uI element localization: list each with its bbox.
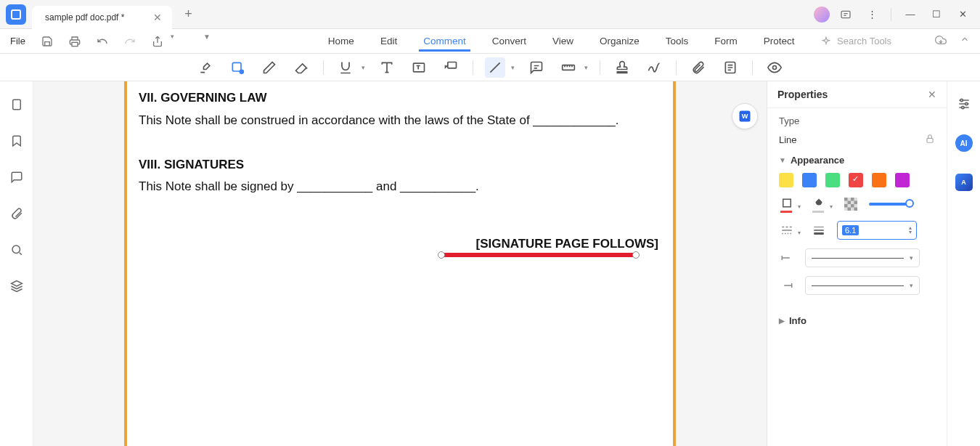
measure-icon[interactable] bbox=[558, 57, 579, 78]
qa-dropdown-icon[interactable]: ▼ bbox=[203, 33, 211, 50]
eraser-icon[interactable] bbox=[291, 57, 311, 78]
layers-icon[interactable] bbox=[8, 277, 25, 295]
menu-view[interactable]: View bbox=[539, 31, 587, 51]
messages-icon[interactable] bbox=[836, 4, 856, 25]
opacity-icon[interactable] bbox=[843, 196, 859, 212]
fill-color-icon[interactable] bbox=[811, 196, 827, 212]
stroke-color-icon[interactable] bbox=[779, 196, 795, 212]
more-icon[interactable]: ⋮ bbox=[862, 4, 882, 25]
settings-icon[interactable] bbox=[955, 94, 973, 113]
close-icon[interactable]: ✕ bbox=[952, 4, 973, 25]
search-icon[interactable] bbox=[8, 241, 25, 259]
color-swatches bbox=[779, 173, 935, 187]
chevron-down-icon[interactable]: ▾ bbox=[798, 203, 801, 210]
swatch-green[interactable] bbox=[825, 173, 840, 187]
new-tab-button[interactable]: + bbox=[178, 4, 198, 25]
appearance-section[interactable]: ▼ Appearance bbox=[779, 155, 935, 166]
signature-icon[interactable] bbox=[644, 57, 664, 78]
pencil-icon[interactable] bbox=[259, 57, 279, 78]
type-value: Line bbox=[779, 134, 797, 145]
search-tools[interactable]: Search Tools bbox=[821, 36, 891, 46]
line-tool-icon[interactable] bbox=[485, 57, 505, 78]
stamp-icon[interactable] bbox=[612, 57, 632, 78]
text-icon[interactable] bbox=[377, 57, 397, 78]
chevron-down-icon[interactable]: ▾ bbox=[830, 203, 833, 210]
end-cap-icon[interactable] bbox=[779, 277, 795, 293]
document-tab[interactable]: sample pdf doc.pdf * ✕ bbox=[32, 6, 172, 29]
ai-assistant-icon[interactable]: AI bbox=[955, 134, 973, 153]
comments-icon[interactable] bbox=[8, 169, 25, 186]
print-icon[interactable] bbox=[66, 33, 83, 50]
svg-rect-9 bbox=[12, 100, 20, 110]
area-highlight-icon[interactable] bbox=[227, 57, 248, 78]
info-section[interactable]: ▶ Info bbox=[779, 315, 935, 326]
note-icon[interactable] bbox=[526, 57, 547, 78]
chevron-down-icon[interactable]: ▾ bbox=[362, 64, 365, 71]
tab-close-icon[interactable]: ✕ bbox=[153, 12, 162, 23]
svg-rect-18 bbox=[848, 201, 852, 205]
chevron-down-icon[interactable]: ▾ bbox=[171, 33, 174, 50]
lock-icon[interactable] bbox=[925, 134, 935, 146]
share-icon[interactable] bbox=[149, 33, 166, 50]
end-cap-combo[interactable]: ▾ bbox=[805, 276, 920, 295]
word-export-button[interactable]: W bbox=[732, 103, 758, 129]
redo-icon[interactable] bbox=[121, 33, 139, 50]
attachments-icon[interactable] bbox=[8, 205, 25, 222]
main-area: VII. GOVERNING LAW This Note shall be co… bbox=[0, 81, 980, 446]
highlighter-icon[interactable] bbox=[195, 57, 216, 78]
window-controls: ⋮ — ☐ ✕ bbox=[814, 4, 980, 25]
line-handle-end[interactable] bbox=[632, 251, 640, 259]
hide-comments-icon[interactable] bbox=[764, 57, 785, 78]
file-menu[interactable]: File bbox=[10, 36, 25, 46]
thickness-icon[interactable] bbox=[811, 222, 827, 238]
chevron-down-icon[interactable]: ▾ bbox=[511, 64, 515, 71]
chevron-down-icon[interactable]: ▾ bbox=[584, 64, 588, 71]
spinner-icon[interactable]: ▴▾ bbox=[909, 226, 912, 235]
bookmarks-icon[interactable] bbox=[8, 132, 25, 150]
swatch-blue[interactable] bbox=[802, 173, 817, 187]
thickness-input[interactable]: 6.1 ▴▾ bbox=[837, 221, 917, 240]
properties-panel: Properties ✕ Type Line ▼ Appearance bbox=[767, 81, 947, 446]
swatch-red[interactable] bbox=[849, 173, 863, 187]
paragraph-governing-law: This Note shall be construed in accordan… bbox=[139, 110, 661, 132]
line-handle-start[interactable] bbox=[438, 251, 445, 259]
start-cap-combo[interactable]: ▾ bbox=[805, 248, 920, 267]
undo-icon[interactable] bbox=[94, 33, 111, 50]
panel-close-icon[interactable]: ✕ bbox=[928, 89, 936, 100]
menu-edit[interactable]: Edit bbox=[367, 31, 410, 51]
paragraph-signatures: This Note shall be signed by ___________… bbox=[139, 176, 661, 198]
svg-rect-19 bbox=[854, 201, 858, 205]
menu-comment[interactable]: Comment bbox=[410, 31, 479, 51]
attachment-icon[interactable] bbox=[688, 57, 709, 78]
ai-tools-icon[interactable]: A bbox=[955, 173, 973, 192]
line-style-icon[interactable] bbox=[779, 222, 795, 238]
minimize-icon[interactable]: — bbox=[900, 4, 920, 25]
opacity-slider[interactable] bbox=[869, 203, 910, 206]
textbox-icon[interactable] bbox=[409, 57, 429, 78]
maximize-icon[interactable]: ☐ bbox=[926, 4, 947, 25]
start-cap-icon[interactable] bbox=[779, 250, 795, 266]
swatch-purple[interactable] bbox=[895, 173, 910, 187]
thumbnails-icon[interactable] bbox=[8, 96, 25, 113]
underline-icon[interactable] bbox=[335, 57, 356, 78]
chevron-down-icon[interactable]: ▾ bbox=[798, 230, 801, 236]
swatch-orange[interactable] bbox=[872, 173, 886, 187]
line-annotation[interactable] bbox=[442, 253, 635, 257]
menu-form[interactable]: Form bbox=[701, 31, 751, 51]
type-label: Type bbox=[779, 115, 935, 126]
menu-protect[interactable]: Protect bbox=[751, 31, 808, 51]
user-avatar[interactable] bbox=[814, 7, 830, 23]
comments-list-icon[interactable] bbox=[720, 57, 740, 78]
svg-text:W: W bbox=[742, 113, 748, 120]
save-icon[interactable] bbox=[38, 33, 56, 50]
menu-organize[interactable]: Organize bbox=[587, 31, 653, 51]
cloud-icon[interactable] bbox=[935, 34, 947, 49]
collapse-icon[interactable] bbox=[960, 34, 970, 49]
menu-home[interactable]: Home bbox=[315, 31, 367, 51]
panel-title: Properties bbox=[777, 89, 828, 100]
menu-tools[interactable]: Tools bbox=[653, 31, 702, 51]
document-canvas[interactable]: VII. GOVERNING LAW This Note shall be co… bbox=[33, 81, 767, 446]
callout-icon[interactable] bbox=[441, 57, 461, 78]
menu-convert[interactable]: Convert bbox=[479, 31, 539, 51]
swatch-yellow[interactable] bbox=[779, 173, 793, 187]
